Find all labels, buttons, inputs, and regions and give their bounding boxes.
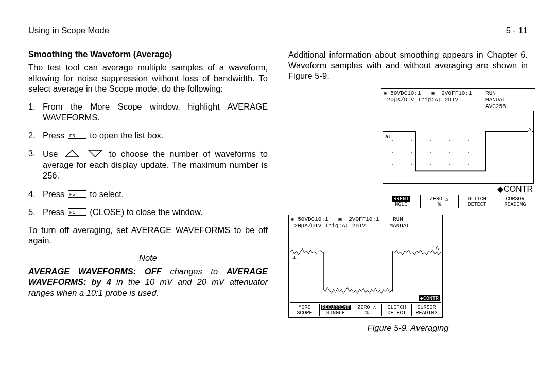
softkey-label: ZERO △ xyxy=(430,196,448,202)
trigger-marker: a↓ xyxy=(292,255,299,260)
f5-key: F5 xyxy=(68,132,86,139)
step-text: to select. xyxy=(88,189,124,199)
scope-grid: A a↓ ◆CONTR xyxy=(290,230,441,303)
scope-grid: A a↓ xyxy=(383,111,534,184)
header-left: Using in Scope Mode xyxy=(28,26,109,35)
down-arrow-icon xyxy=(87,148,103,158)
scope-screenshot-noisy: ▣ 50VDC10:1 ▣ 2VOFF10:1 RUN 20μs/DIV Tri… xyxy=(288,215,443,318)
step-4: Press F5 to select. xyxy=(28,189,268,200)
softkey-label: MORE xyxy=(298,305,310,310)
step-text: Use xyxy=(43,149,63,158)
scope-status-line: ▣ 50VDC10:1 ▣ 2VOFF10:1 RUN xyxy=(290,216,441,223)
softkey-label: SINGLE xyxy=(326,310,345,316)
waveform-noisy xyxy=(290,230,441,302)
softkey-label: READING xyxy=(416,310,438,316)
f5-key: F5 xyxy=(68,190,86,198)
softkey: CURSORREADING xyxy=(496,195,534,208)
step-3: Use to choose the number of waveforms to… xyxy=(28,148,268,181)
contr-indicator: ◆CONTR xyxy=(419,295,440,301)
softkey-label: ZERO △ xyxy=(358,305,376,310)
right-column: Additional information about smoothing a… xyxy=(288,49,528,333)
step-text: From the More Scope window, highlight AV… xyxy=(43,102,268,122)
softkey-label: % xyxy=(438,202,441,207)
note-text: changes to xyxy=(162,266,227,276)
instruction-list: From the More Scope window, highlight AV… xyxy=(28,101,268,218)
softkey-label: SCOPE xyxy=(297,310,312,316)
contr-indicator: ◆CONTR xyxy=(497,185,533,193)
trigger-marker: a↓ xyxy=(385,135,392,140)
scope-softkeys: MORESCOPE RECURRENTSINGLE ZERO △% GLITCH… xyxy=(290,304,441,316)
figure-5-9: ▣ 50VDC10:1 ▣ 2VOFF10:1 RUN 20μs/DIV Tri… xyxy=(288,88,528,318)
note-bold: AVERAGE WAVEFORMS: OFF xyxy=(28,266,162,276)
softkey: RRENTNGLE xyxy=(383,195,420,208)
softkey-label: RRENT xyxy=(392,196,410,202)
scope-status-line: 20μs/DIV Trig:A↓-2DIV MANUAL xyxy=(383,97,534,103)
f1-key: F1 xyxy=(68,208,86,216)
channel-a-marker: A xyxy=(435,246,439,251)
left-column: Smoothing the Waveform (Average) The tes… xyxy=(28,49,268,333)
page-header: Using in Scope Mode 5 - 11 xyxy=(28,26,528,38)
softkey: GLITCHDETECT xyxy=(381,304,411,316)
note-body: AVERAGE WAVEFORMS: OFF changes to AVERAG… xyxy=(28,266,268,298)
waveform-clean xyxy=(383,111,533,183)
softkey-label: RECURRENT xyxy=(321,305,351,310)
softkey-label: CURSOR xyxy=(506,196,525,202)
figure-caption: Figure 5-9. Averaging xyxy=(288,323,528,333)
step-text: Press xyxy=(43,189,67,199)
channel-a-marker: A xyxy=(528,128,532,133)
step-text: (CLOSE) to close the window. xyxy=(88,207,203,217)
svg-marker-1 xyxy=(89,150,102,157)
section-title: Smoothing the Waveform (Average) xyxy=(28,49,268,59)
step-text: to open the list box. xyxy=(88,131,164,140)
softkey-label: DETECT xyxy=(388,310,406,316)
manual-page: Using in Scope Mode 5 - 11 Smoothing the… xyxy=(0,0,556,392)
intro-paragraph: The test tool can average multiple sampl… xyxy=(28,62,268,94)
softkey-label: % xyxy=(366,310,369,316)
softkey-label: GLITCH xyxy=(388,305,406,310)
scope-status-line: AVG256 xyxy=(383,103,534,110)
softkey: ZERO △% xyxy=(420,195,458,208)
softkey-label: DETECT xyxy=(468,202,486,207)
softkey: RECURRENTSINGLE xyxy=(319,304,352,316)
right-intro: Additional information about smoothing a… xyxy=(288,49,528,81)
softkey-label: CURSOR xyxy=(418,305,436,310)
scope-screenshot-averaged: ▣ 50VDC10:1 ▣ 2VOFF10:1 RUN 20μs/DIV Tri… xyxy=(381,88,535,209)
step-1: From the More Scope window, highlight AV… xyxy=(28,101,268,123)
scope-softkeys: RRENTNGLE ZERO △% GLITCHDETECT CURSORREA… xyxy=(383,195,534,208)
softkey-label: READING xyxy=(505,202,526,207)
step-2: Press F5 to open the list box. xyxy=(28,130,268,141)
softkey: CURSORREADING xyxy=(411,304,441,316)
scope-status-line: 20μs/DIV Trig:A↓-2DIV MANUAL xyxy=(290,223,441,229)
step-5: Press F1 (CLOSE) to close the window. xyxy=(28,207,268,218)
scope-status-line: ▣ 50VDC10:1 ▣ 2VOFF10:1 RUN xyxy=(383,90,534,97)
svg-marker-0 xyxy=(65,150,79,157)
softkey-label: NGLE xyxy=(395,202,407,207)
softkey: ZERO △% xyxy=(352,304,381,316)
step-text: Press xyxy=(43,131,67,140)
step-text: Press xyxy=(43,207,67,217)
note-heading: Note xyxy=(28,253,268,263)
header-pagenum: 5 - 11 xyxy=(506,26,528,35)
up-arrow-icon xyxy=(64,148,80,158)
turnoff-paragraph: To turn off averaging, set AVERAGE WAVEF… xyxy=(28,225,268,246)
softkey: GLITCHDETECT xyxy=(458,195,496,208)
softkey-label: GLITCH xyxy=(468,196,486,202)
softkey: MORESCOPE xyxy=(290,304,319,316)
